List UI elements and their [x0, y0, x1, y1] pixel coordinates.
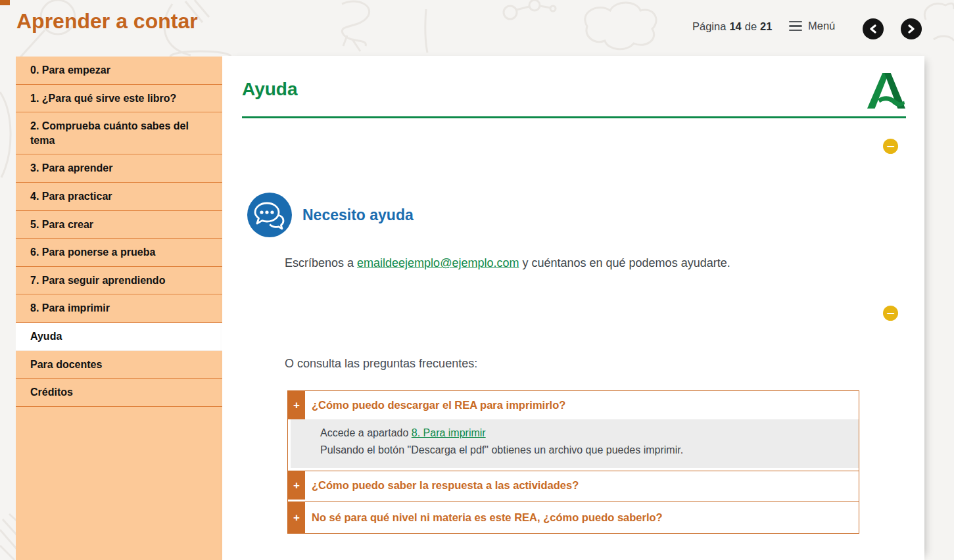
sidebar-item-para-que-sirve[interactable]: 1. ¿Para qué sirve este libro? [16, 85, 222, 113]
page-title: Ayuda [242, 79, 298, 100]
sidebar-item-creditos[interactable]: Créditos [16, 379, 222, 407]
chevron-left-icon [869, 24, 877, 34]
sidebar-item-para-docentes[interactable]: Para docentes [16, 351, 222, 379]
app-title: Aprender a contar [16, 9, 198, 34]
faq-answer-prefix: Accede a apartado [320, 427, 412, 438]
faq-question-text: ¿Cómo puedo descargar el REA para imprim… [305, 391, 859, 419]
sidebar-item-comprueba[interactable]: 2. Comprueba cuánto sabes del tema [16, 112, 222, 154]
sidebar-item-seguir-aprendiendo[interactable]: 7. Para seguir aprendiendo [16, 267, 222, 295]
faq-answer-descargar: Accede a apartado 8. Para imprimir Pulsa… [291, 419, 859, 468]
help-email-link[interactable]: emaildeejemplo@ejemplo.com [357, 256, 519, 269]
chat-bubbles-icon [247, 193, 292, 237]
collapse-section-button-2[interactable]: − [883, 306, 898, 321]
main-content: Ayuda − Necesito ayuda Escríbenos a emai… [222, 56, 924, 560]
title-divider [242, 116, 906, 118]
page-indicator-prefix: Página [692, 20, 726, 33]
faq-accordion: + ¿Cómo puedo descargar el REA para impr… [287, 390, 859, 534]
prev-page-button[interactable] [863, 18, 884, 39]
help-intro-text: Escríbenos a emaildeejemplo@ejemplo.com … [285, 256, 730, 270]
help-heading-row: Necesito ayuda [247, 193, 414, 237]
help-intro-suffix: y cuéntanos en qué podemos ayudarte. [519, 256, 730, 269]
faq-answer-link-para-imprimir[interactable]: 8. Para imprimir [412, 427, 486, 438]
page-total: 21 [760, 20, 772, 33]
faq-question-nivel-materia[interactable]: + No sé para qué nivel ni materia es est… [288, 502, 859, 533]
sidebar-item-para-imprimir[interactable]: 8. Para imprimir [16, 294, 222, 323]
faq-item-nivel-materia: + No sé para qué nivel ni materia es est… [288, 502, 859, 533]
collapse-section-button-1[interactable]: − [883, 139, 898, 154]
sidebar-item-para-crear[interactable]: 5. Para crear [16, 211, 222, 239]
sidebar-item-para-empezar[interactable]: 0. Para empezar [16, 57, 222, 85]
next-page-button[interactable] [901, 18, 922, 39]
sidebar-item-para-aprender[interactable]: 3. Para aprender [16, 154, 222, 183]
sidebar-item-ponerse-a-prueba[interactable]: 6. Para ponerse a prueba [16, 239, 222, 267]
corner-accent [0, 0, 10, 5]
sidebar-item-para-practicar[interactable]: 4. Para practicar [16, 183, 222, 211]
faq-answer-line: Accede a apartado 8. Para imprimir [320, 427, 846, 439]
faq-item-respuestas: + ¿Cómo puedo saber la respuesta a las a… [288, 471, 859, 500]
plus-icon: + [288, 502, 305, 533]
page-indicator-separator: de [745, 20, 757, 33]
hamburger-icon [789, 21, 802, 32]
faq-question-text: ¿Cómo puedo saber la respuesta a las act… [305, 471, 859, 500]
help-section-heading: Necesito ayuda [302, 206, 414, 224]
faq-question-text: No sé para qué nivel ni materia es este … [305, 502, 859, 533]
menu-button[interactable]: Menú [789, 20, 835, 32]
faq-intro-text: O consulta las preguntas frecuentes: [285, 357, 477, 371]
sidebar-item-ayuda[interactable]: Ayuda [16, 323, 227, 351]
help-intro-prefix: Escríbenos a [285, 256, 357, 269]
faq-question-respuestas[interactable]: + ¿Cómo puedo saber la respuesta a las a… [288, 471, 859, 500]
page-current: 14 [729, 20, 741, 33]
chevron-right-icon [907, 24, 915, 34]
plus-icon: + [288, 471, 305, 500]
page-indicator: Página 14 de 21 [692, 20, 772, 33]
faq-item-descargar: + ¿Cómo puedo descargar el REA para impr… [288, 391, 859, 468]
menu-label: Menú [808, 20, 835, 32]
faq-answer-line: Pulsando el botón "Descarga el pdf" obti… [320, 444, 846, 456]
table-of-contents-sidebar: 0. Para empezar 1. ¿Para qué sirve este … [16, 57, 222, 560]
faq-question-descargar[interactable]: + ¿Cómo puedo descargar el REA para impr… [288, 391, 859, 419]
plus-icon: + [288, 391, 305, 419]
junta-de-andalucia-logo [865, 71, 906, 110]
